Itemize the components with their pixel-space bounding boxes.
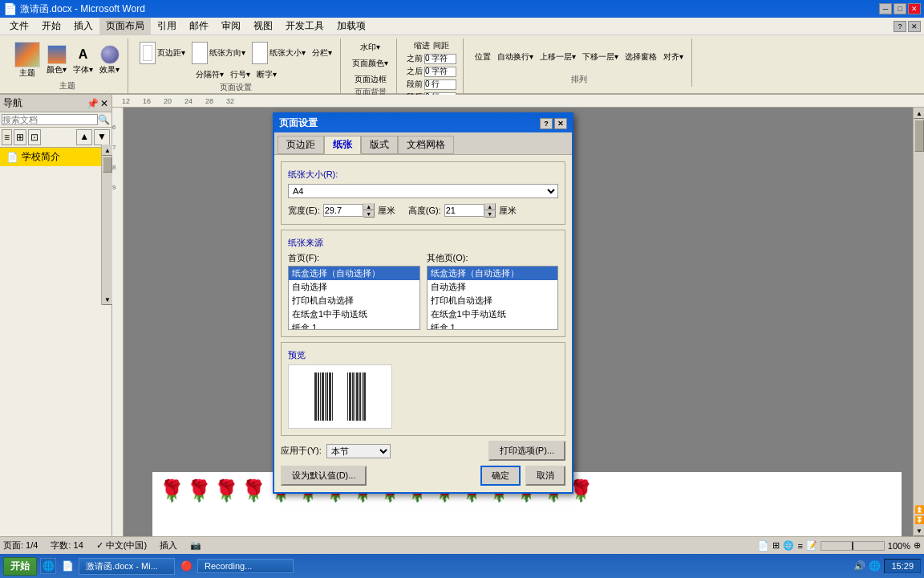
height-input[interactable]: [444, 204, 484, 217]
print-options-button[interactable]: 打印选项(P)...: [488, 441, 565, 461]
other-page-item-3[interactable]: 在纸盒1中手动送纸: [428, 307, 558, 321]
menu-mail[interactable]: 邮件: [183, 18, 215, 35]
other-pages-listbox[interactable]: 纸盒选择（自动选择） 自动选择 打印机自动选择 在纸盒1中手动送纸 纸盒 1: [427, 266, 559, 330]
nav-down-btn[interactable]: ▼: [94, 129, 110, 145]
width-up-btn[interactable]: ▲: [363, 203, 375, 210]
nav-up-btn[interactable]: ▲: [76, 129, 92, 145]
apply-to-select[interactable]: 本节 整篇文档: [326, 444, 391, 458]
view-fullscreen-icon[interactable]: ⊞: [772, 540, 780, 551]
menu-page-layout[interactable]: 页面布局: [99, 18, 151, 35]
fonts-button[interactable]: A 字体▾: [71, 43, 95, 77]
nav-view-btn3[interactable]: ⊡: [28, 129, 41, 145]
view-print-icon[interactable]: 📄: [757, 540, 769, 552]
start-button[interactable]: 开始: [3, 557, 37, 576]
menu-references[interactable]: 引用: [151, 18, 183, 35]
columns-button[interactable]: 分栏▾: [310, 40, 334, 66]
watermark-button[interactable]: 水印▾: [359, 40, 382, 55]
spacing-before-input[interactable]: [424, 79, 456, 90]
nav-pin-icon[interactable]: 📌: [87, 98, 99, 109]
menu-developer[interactable]: 开发工具: [279, 18, 330, 35]
theme-button[interactable]: 主题: [13, 40, 42, 80]
nav-scroll-down[interactable]: ▼: [102, 294, 113, 305]
first-page-item-4[interactable]: 纸盒 1: [289, 321, 419, 330]
scroll-down-button[interactable]: ▼: [914, 525, 924, 536]
first-page-item-0[interactable]: 纸盒选择（自动选择）: [289, 267, 419, 280]
other-page-item-4[interactable]: 纸盒 1: [428, 321, 558, 330]
width-down-btn[interactable]: ▼: [363, 210, 375, 218]
menu-addins[interactable]: 加载项: [330, 18, 372, 35]
dialog-tab-margins[interactable]: 页边距: [278, 136, 324, 154]
nav-search-icon[interactable]: 🔍: [98, 114, 110, 125]
scroll-thumb[interactable]: [914, 120, 924, 152]
height-up-btn[interactable]: ▲: [484, 203, 496, 210]
bring-forward-button[interactable]: 上移一层▾: [538, 50, 578, 64]
orientation-button[interactable]: 纸张方向▾: [190, 40, 247, 66]
ok-button[interactable]: 确定: [480, 466, 521, 486]
zoom-slider[interactable]: [821, 541, 885, 551]
scroll-up-button[interactable]: ▲: [914, 108, 924, 119]
minimize-button[interactable]: ─: [879, 3, 892, 14]
menu-review[interactable]: 审阅: [215, 18, 247, 35]
cancel-button[interactable]: 取消: [525, 466, 565, 486]
other-page-item-2[interactable]: 打印机自动选择: [428, 294, 558, 307]
dialog-tab-paper[interactable]: 纸张: [324, 136, 361, 154]
taskbar-icon-word[interactable]: 📄: [59, 558, 75, 574]
nav-item-school[interactable]: 📄 学校简介: [0, 148, 111, 166]
menu-insert[interactable]: 插入: [67, 18, 99, 35]
nav-scroll-thumb[interactable]: [103, 157, 112, 173]
menu-view[interactable]: 视图: [247, 18, 279, 35]
view-web-icon[interactable]: 🌐: [783, 540, 794, 551]
width-input[interactable]: [323, 204, 363, 217]
dialog-tab-layout[interactable]: 版式: [361, 136, 398, 154]
first-page-item-3[interactable]: 在纸盒1中手动送纸: [289, 307, 419, 321]
nav-scroll-up[interactable]: ▲: [102, 144, 113, 156]
breaks-button[interactable]: 分隔符▾: [194, 67, 225, 82]
dialog-close-button[interactable]: ✕: [554, 118, 567, 129]
align-button[interactable]: 对齐▾: [662, 50, 685, 64]
ribbon-close-icon[interactable]: ✕: [908, 21, 921, 32]
indent-before-input[interactable]: [424, 54, 456, 64]
ribbon-help-icon[interactable]: ?: [894, 21, 906, 32]
first-page-item-1[interactable]: 自动选择: [289, 280, 419, 294]
nav-close-icon[interactable]: ✕: [100, 98, 108, 109]
size-button[interactable]: 纸张大小▾: [250, 40, 307, 66]
taskbar-recording-item[interactable]: Recording...: [197, 559, 294, 573]
page-setup-dialog[interactable]: 页面设置 ? ✕ 页边距 纸张 版式 文档网格 纸张大小(R): A4 A3: [273, 112, 573, 494]
page-border-button[interactable]: 页面边框: [353, 72, 388, 87]
first-page-item-2[interactable]: 打印机自动选择: [289, 294, 419, 307]
taskbar-icon-recording[interactable]: 🔴: [178, 558, 194, 574]
nav-view-btn2[interactable]: ⊞: [14, 129, 26, 145]
other-page-item-1[interactable]: 自动选择: [428, 280, 558, 294]
indent-after-input[interactable]: [424, 67, 456, 77]
position-button[interactable]: 位置: [473, 50, 492, 64]
page-color-button[interactable]: 页面颜色▾: [351, 56, 390, 71]
hyphenation-button[interactable]: 断字▾: [255, 67, 278, 82]
send-back-button[interactable]: 下移一层▾: [581, 50, 620, 64]
maximize-button[interactable]: □: [894, 3, 906, 14]
select-pane-button[interactable]: 选择窗格: [623, 50, 659, 64]
wrap-text-button[interactable]: 自动换行▾: [496, 50, 535, 64]
menu-file[interactable]: 文件: [3, 18, 35, 35]
dialog-tab-doc-grid[interactable]: 文档网格: [398, 136, 454, 154]
menu-home[interactable]: 开始: [35, 18, 67, 35]
height-down-btn[interactable]: ▼: [484, 210, 496, 218]
nav-search-input[interactable]: [2, 114, 98, 125]
nav-view-btn1[interactable]: ≡: [2, 129, 12, 145]
taskbar-word-item[interactable]: 激请函.docx - Mi...: [79, 558, 175, 575]
view-draft-icon[interactable]: 📝: [806, 540, 817, 551]
other-page-item-0[interactable]: 纸盒选择（自动选择）: [428, 267, 558, 280]
first-page-listbox[interactable]: 纸盒选择（自动选择） 自动选择 打印机自动选择 在纸盒1中手动送纸 纸盒 1: [288, 266, 420, 330]
view-outline-icon[interactable]: ≡: [797, 541, 802, 551]
margin-button[interactable]: 页边距▾: [138, 40, 187, 66]
effects-button[interactable]: 效果▾: [98, 43, 121, 77]
line-numbers-button[interactable]: 行号▾: [229, 67, 252, 82]
prev-page-button[interactable]: ⏫: [914, 504, 924, 515]
paper-size-select[interactable]: A4 A3 B5 Letter: [288, 184, 558, 198]
taskbar-icon-ie[interactable]: 🌐: [40, 558, 56, 574]
close-button[interactable]: ✕: [908, 3, 921, 14]
set-default-button[interactable]: 设为默认值(D)...: [281, 466, 367, 486]
zoom-in-icon[interactable]: ⊕: [914, 540, 921, 551]
dialog-help-button[interactable]: ?: [540, 118, 553, 129]
colors-button[interactable]: 颜色▾: [45, 43, 68, 77]
next-page-button[interactable]: ⏬: [914, 515, 924, 525]
